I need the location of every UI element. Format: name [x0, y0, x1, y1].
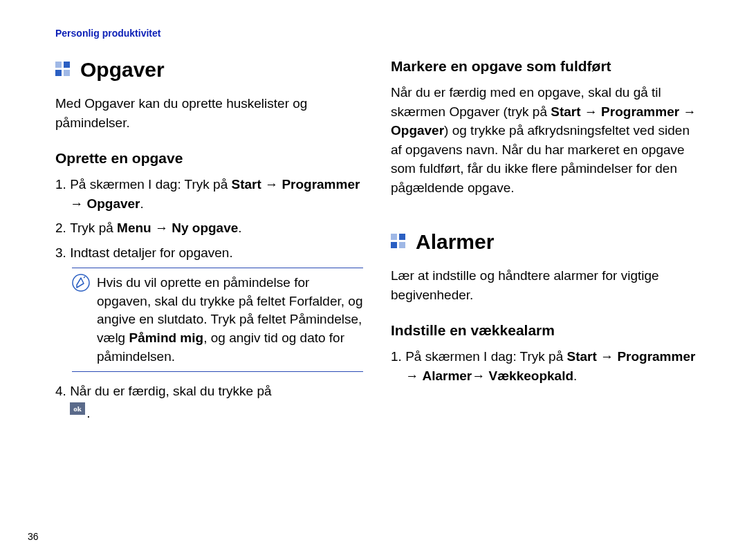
squares-icon — [55, 58, 71, 82]
step-text: Indtast detaljer for opgaven. — [70, 243, 233, 263]
alarm-step-1: På skærmen I dag: Tryk på Start → Progra… — [391, 347, 699, 385]
svg-rect-1 — [64, 62, 70, 68]
section-title-text: Alarmer — [416, 230, 494, 254]
set-alarm-steps: På skærmen I dag: Tryk på Start → Progra… — [391, 347, 699, 385]
breadcrumb: Personlig produktivitet — [55, 28, 699, 39]
step-bold: Menu — [117, 221, 151, 235]
para-bold: Programmer — [601, 104, 679, 119]
section-title-text: Opgaver — [80, 58, 165, 82]
create-task-steps: På skærmen I dag: Tryk på Start → Progra… — [55, 175, 363, 262]
step-text: . — [86, 405, 90, 420]
mark-complete-paragraph: Når du er færdig med en opgave, skal du … — [391, 83, 699, 197]
step-text: Når du er færdig, skal du trykke på — [70, 384, 271, 398]
arrow: → — [151, 221, 172, 235]
step-bold: Start — [232, 177, 261, 192]
svg-rect-8 — [391, 234, 397, 240]
svg-rect-2 — [55, 70, 62, 76]
step-text: På skærmen I dag: Tryk på — [405, 349, 566, 364]
para-bold: Start — [551, 104, 580, 119]
intro-paragraph: Med Opgaver kan du oprette huskelister o… — [55, 94, 363, 132]
step-bold: Ny opgave — [172, 221, 238, 235]
step-4: Når du er færdig, skal du trykke på ok . — [55, 382, 363, 422]
page-number: 36 — [28, 531, 39, 542]
step-2: Tryk på Menu → Ny opgave. — [55, 218, 363, 238]
left-column: Opgaver Med Opgaver kan du oprette huske… — [55, 58, 363, 428]
step-bold: Opgaver — [86, 196, 140, 211]
svg-point-4 — [73, 274, 89, 291]
ok-icon: ok — [70, 401, 85, 420]
manual-page: Personlig produktivitet Opgaver Med Opga… — [0, 0, 747, 560]
two-column-layout: Opgaver Med Opgaver kan du oprette huske… — [55, 58, 699, 428]
note-icon — [72, 274, 90, 295]
svg-rect-9 — [399, 234, 405, 240]
step-bold: Programmer — [617, 349, 695, 364]
step-text: . — [238, 221, 241, 235]
arrow: → — [405, 368, 422, 383]
step-1: På skærmen I dag: Tryk på Start → Progra… — [55, 175, 363, 213]
arrow: → — [70, 196, 86, 211]
svg-text:ok: ok — [73, 404, 82, 413]
section-title-alarmer: Alarmer — [391, 230, 699, 254]
note-text: Hvis du vil oprette en påmindelse for op… — [97, 274, 363, 366]
svg-rect-10 — [391, 242, 397, 248]
svg-rect-0 — [55, 62, 62, 68]
create-task-steps-cont: Når du er færdig, skal du trykke på ok . — [55, 382, 363, 422]
step-bold: Alarmer — [422, 368, 472, 383]
note-box: Hvis du vil oprette en påmindelse for op… — [72, 268, 363, 372]
step-bold: Start — [567, 349, 597, 364]
arrow: → — [261, 177, 282, 192]
step-text: På skærmen I dag: Tryk på — [70, 177, 231, 192]
step-bold: Vækkeopkald — [489, 368, 574, 383]
right-column: Markere en opgave som fuldført Når du er… — [391, 58, 699, 428]
arrow: → — [581, 104, 602, 119]
step-text: Tryk på — [70, 221, 117, 235]
subsection-create-task: Oprette en opgave — [55, 150, 363, 167]
para-bold: Opgaver — [391, 123, 444, 138]
svg-line-5 — [84, 277, 85, 278]
note-bold: Påmind mig — [129, 330, 203, 345]
step-3: Indtast detaljer for opgaven. — [55, 243, 363, 263]
alarm-intro-paragraph: Lær at indstille og håndtere alarmer for… — [391, 266, 699, 304]
arrow: → — [679, 104, 696, 119]
svg-rect-11 — [399, 242, 405, 248]
section-title-opgaver: Opgaver — [55, 58, 363, 82]
step-text: . — [140, 196, 144, 211]
arrow: → — [597, 349, 618, 364]
subsection-set-alarm: Indstille en vækkealarm — [391, 322, 699, 339]
squares-icon — [391, 230, 406, 254]
step-bold: Programmer — [282, 177, 360, 192]
step-text: . — [573, 368, 577, 383]
svg-rect-3 — [64, 70, 70, 76]
subsection-mark-complete: Markere en opgave som fuldført — [391, 58, 699, 75]
